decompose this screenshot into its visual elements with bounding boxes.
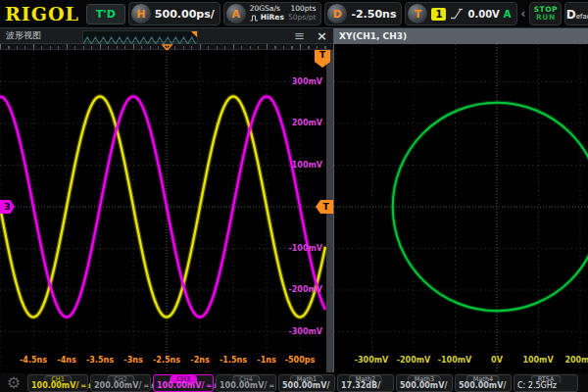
- acquisition-group[interactable]: A 20GSa/s HiRes 100pts 50ps/pt: [223, 2, 322, 25]
- xy-axis-label: -100mV: [431, 356, 478, 365]
- run-stop-button[interactable]: STOP RUN: [529, 2, 562, 25]
- math-scale: 500.00mV/: [459, 381, 506, 390]
- rigol-logo: RIGOL: [5, 3, 79, 24]
- bottom-status-bar: ⚙ CH1 100.00mV/ = Ω CH2 200.00mV/ = Ω CH…: [0, 373, 588, 392]
- waveform-grid[interactable]: 300mV 200mV 100mV -100mV -200mV -300mV -…: [0, 50, 333, 372]
- delay-knob-button[interactable]: D: [327, 4, 347, 24]
- xy-axis-label: -200mV: [390, 356, 437, 365]
- y-axis-label: 200mV: [292, 119, 322, 127]
- trigger-group[interactable]: T 1 0.00V A: [405, 2, 516, 25]
- display-area: 波形视图 ≡ × 300mV 200mV: [0, 27, 588, 372]
- trigger-knob-button[interactable]: T: [408, 4, 427, 24]
- channel-scale: 100.00mV/: [220, 381, 267, 390]
- settings-gear-icon[interactable]: ⚙: [2, 373, 25, 392]
- math-scale: 500.00mV/: [400, 381, 447, 390]
- trigger-level-value: 0.00V: [467, 9, 499, 20]
- waveform-view-panel: 波形视图 ≡ × 300mV 200mV: [0, 28, 334, 372]
- xy-axis-label: 0V: [473, 356, 520, 365]
- delay-group[interactable]: D -2.50ns: [324, 2, 402, 25]
- top-toolbar: RIGOL T'D H 500.00ps/ A 20GSa/s HiRes 10…: [0, 0, 588, 27]
- preview-position-marker: [191, 31, 197, 37]
- xy-axis-label: 200mV: [557, 356, 588, 365]
- xy-view-panel: XY(CH1, CH3) -300mV -200mV -100mV 0V 100…: [334, 28, 588, 372]
- channel-box-ch2[interactable]: CH2 200.00mV/ = Ω: [90, 374, 151, 392]
- channel-scale: 200.00mV/: [94, 381, 141, 390]
- xy-view-header[interactable]: XY(CH1, CH3): [334, 28, 588, 44]
- math3-box[interactable]: Math3 500.00mV/: [396, 374, 453, 392]
- channel-box-ch1[interactable]: CH1 100.00mV/ = Ω: [27, 374, 88, 392]
- rtsa-center-freq: C: 2.5GHz: [517, 381, 557, 390]
- coupling-dc-icon: =: [269, 382, 274, 390]
- coupling-dc-icon: =: [80, 382, 86, 390]
- waveform-view-header: 波形视图 ≡ ×: [0, 28, 333, 44]
- xy-gridlines: [334, 44, 588, 372]
- horizontal-group[interactable]: H 500.00ps/: [128, 2, 220, 25]
- rising-edge-icon: [450, 8, 464, 20]
- math2-box[interactable]: Math2 17.32dB/: [337, 374, 394, 392]
- xy-axis-label: -300mV: [348, 356, 395, 365]
- trigger-sweep-mode: A: [504, 9, 512, 20]
- rtsa-box[interactable]: RTSA C: 2.5GHz: [514, 374, 578, 392]
- math1-box[interactable]: Math1 500.00mV/: [278, 374, 335, 392]
- y-axis-label: 100mV: [292, 161, 322, 170]
- channel-scale: 100.00mV/: [157, 381, 204, 390]
- y-axis-label: 300mV: [292, 77, 322, 86]
- x-axis-label: -500ps: [276, 356, 323, 365]
- trigger-delay-value: -2.50ns: [351, 8, 396, 21]
- waveform-view-title: 波形视图: [6, 29, 41, 42]
- sample-resolution: 50ps/pt: [288, 14, 316, 23]
- timebase-scale: 500.00ps/: [155, 8, 215, 21]
- menu-icon[interactable]: ≡: [294, 31, 305, 41]
- math-scale: 17.32dB/: [341, 381, 380, 390]
- acquire-knob-button[interactable]: A: [226, 4, 246, 24]
- waveform-preview-strip[interactable]: [82, 30, 198, 42]
- y-axis-label: -300mV: [288, 327, 322, 336]
- acquire-mode: HiRes: [261, 14, 284, 23]
- collapse-arrow-icon[interactable]: ‹: [520, 7, 527, 21]
- y-axis-label: -100mV: [288, 244, 322, 253]
- coupling-dc-icon: =: [143, 382, 149, 390]
- horizontal-knob-button[interactable]: H: [131, 4, 151, 24]
- close-icon[interactable]: ×: [317, 31, 327, 41]
- trigger-status-badge[interactable]: T'D: [86, 4, 125, 24]
- xy-view-title: XY(CH1, CH3): [339, 31, 407, 41]
- xy-axis-label: 100mV: [514, 356, 562, 365]
- math4-box[interactable]: Math4 500.00mV/: [455, 374, 512, 392]
- coupling-dc-icon: =: [206, 382, 212, 390]
- y-axis-label: -200mV: [288, 285, 322, 294]
- xy-grid[interactable]: -300mV -200mV -100mV 0V 100mV 200mV: [334, 44, 588, 372]
- default-button[interactable]: Default: [564, 2, 588, 25]
- math-scale: 500.00mV/: [282, 381, 329, 390]
- channel-box-ch3[interactable]: CH3 100.00mV/ = Ω: [153, 374, 214, 392]
- channel-scale: 100.00mV/: [31, 381, 78, 390]
- hires-pulse-icon: [250, 15, 259, 22]
- waveform-preview-zigzag: [83, 37, 196, 44]
- channel-box-ch4[interactable]: CH4 100.00mV/ =: [216, 374, 276, 392]
- trigger-source-badge[interactable]: 1: [431, 8, 446, 21]
